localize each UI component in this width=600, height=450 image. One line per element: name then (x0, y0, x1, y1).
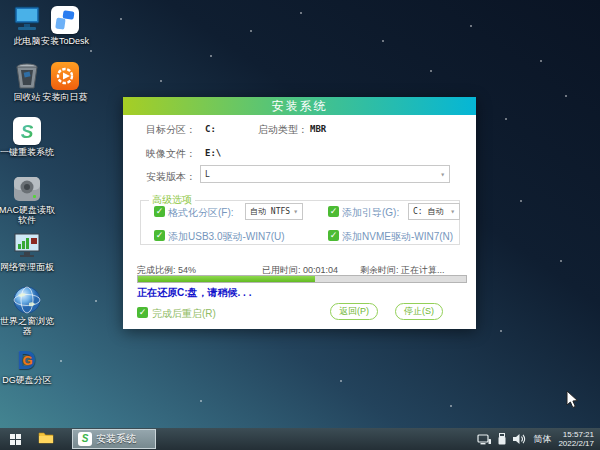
desktop-icon-label: 安装ToDesk (34, 36, 96, 46)
desktop-icon-label: 世界之窗浏览器 (0, 316, 58, 336)
system-tray: 简体 15:57:21 2022/2/17 (477, 430, 600, 448)
chevron-down-icon: ▾ (440, 170, 445, 179)
one-click-reinstall-icon: S (0, 115, 58, 145)
network-icon[interactable] (477, 434, 491, 445)
stop-button[interactable]: 停止(S) (395, 303, 443, 320)
install-version-select[interactable]: L ▾ (200, 165, 450, 183)
mouse-cursor (566, 391, 580, 409)
install-system-dialog: 安装系统 目标分区： C: 启动类型： MBR 映像文件： E:\ 安装版本： … (123, 97, 476, 329)
folder-icon (38, 431, 54, 444)
file-explorer-button[interactable] (38, 430, 54, 448)
desktop-icon-dg-partition[interactable]: DG DG硬盘分区 (0, 343, 58, 385)
format-mode-select[interactable]: 自动 NTFS ▾ (245, 203, 303, 220)
progress-bar (137, 275, 467, 283)
restart-after-label[interactable]: 完成后重启(R) (152, 307, 216, 321)
target-partition-value: C: (205, 124, 216, 134)
add-boot-checkbox[interactable]: ✓ (328, 206, 339, 217)
image-file-value: E:\ (205, 148, 221, 158)
status-text: 正在还原C:盘，请稍候. . . (137, 286, 251, 300)
taskbar-app-label: 安装系统 (96, 432, 136, 446)
desktop-icon-one-click-reinstall[interactable]: S 一键重装系统 (0, 115, 58, 157)
sunflower-icon (34, 60, 96, 90)
desktop-icon-world-window-browser[interactable]: 世界之窗浏览器 (0, 284, 58, 336)
tray-date: 2022/2/17 (558, 439, 594, 448)
image-file-label: 映像文件： (146, 147, 196, 161)
volume-icon[interactable] (513, 433, 526, 445)
taskbar: S 安装系统 简体 15:57:21 2022/2/17 (0, 428, 600, 450)
usb-device-icon[interactable] (498, 433, 506, 445)
chevron-down-icon: ▾ (293, 207, 298, 216)
install-version-value: L (205, 170, 210, 179)
chevron-down-icon: ▾ (450, 207, 455, 216)
usb3-driver-checkbox[interactable]: ✓ (154, 230, 165, 241)
nvme-driver-label[interactable]: 添加NVME驱动-WIN7(N) (342, 230, 453, 244)
install-version-label: 安装版本： (146, 170, 196, 184)
boot-type-value: MBR (310, 124, 326, 134)
add-boot-label[interactable]: 添加引导(G): (342, 206, 399, 220)
install-system-app-icon: S (78, 432, 92, 446)
tray-clock[interactable]: 15:57:21 2022/2/17 (558, 430, 594, 448)
taskbar-app-install-system[interactable]: S 安装系统 (72, 429, 156, 449)
back-button[interactable]: 返回(P) (330, 303, 378, 320)
network-panel-icon (0, 230, 58, 260)
tray-time: 15:57:21 (558, 430, 594, 439)
boot-target-select[interactable]: C: 自动 ▾ (408, 203, 460, 220)
desktop-icon-label: 一键重装系统 (0, 147, 58, 157)
start-button[interactable] (0, 428, 30, 450)
input-language-indicator[interactable]: 简体 (533, 433, 551, 446)
globe-icon (0, 284, 58, 314)
windows-logo-icon (10, 434, 21, 445)
progress-fill (138, 276, 315, 282)
format-partition-checkbox[interactable]: ✓ (154, 206, 165, 217)
nvme-driver-checkbox[interactable]: ✓ (328, 230, 339, 241)
todesk-icon (34, 4, 96, 34)
usb3-driver-label[interactable]: 添加USB3.0驱动-WIN7(U) (168, 230, 285, 244)
desktop-icon-label: DG硬盘分区 (0, 375, 58, 385)
restart-after-checkbox[interactable]: ✓ (137, 307, 148, 318)
desktop-icon-label: 安装向日葵 (34, 92, 96, 102)
desktop-icon-label: MAC硬盘读取软件 (0, 205, 58, 225)
desktop-icon-install-todesk[interactable]: 安装ToDesk (34, 4, 96, 46)
advanced-options-legend: 高级选项 (149, 193, 195, 207)
format-mode-value: 自动 NTFS (250, 206, 290, 217)
boot-target-value: C: 自动 (413, 206, 443, 217)
desktop-icon-network-panel[interactable]: 网络管理面板 (0, 230, 58, 272)
target-partition-label: 目标分区： (146, 123, 196, 137)
dg-icon: DG (0, 343, 58, 373)
desktop-icon-mac-disk-reader[interactable]: MAC硬盘读取软件 (0, 173, 58, 225)
desktop-icon-label: 网络管理面板 (0, 262, 58, 272)
mac-disk-icon (0, 173, 58, 203)
dialog-title[interactable]: 安装系统 (123, 97, 476, 115)
desktop[interactable]: { "desktop": { "icons": [ { "name": "thi… (0, 0, 600, 450)
format-partition-label[interactable]: 格式化分区(F): (168, 206, 234, 220)
boot-type-label: 启动类型： (258, 123, 308, 137)
desktop-icon-install-sunflower[interactable]: 安装向日葵 (34, 60, 96, 102)
